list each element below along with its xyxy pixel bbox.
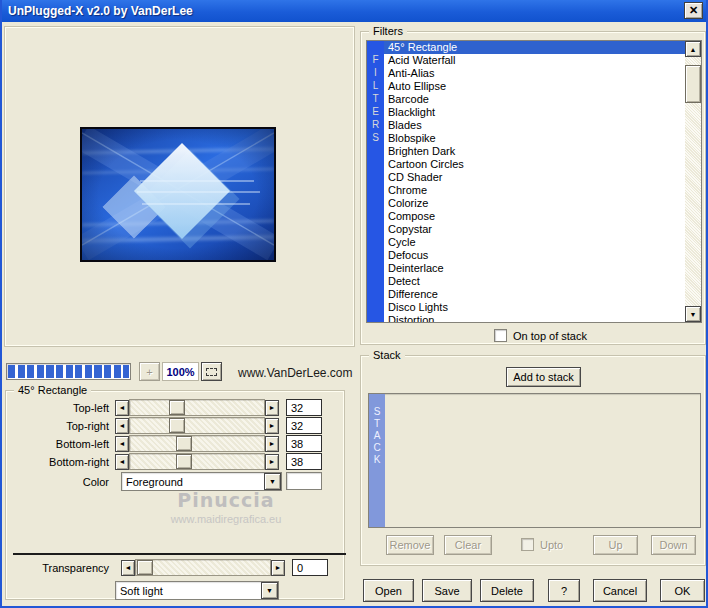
slider-row: Top-left ◄ ► 32: [6, 399, 344, 416]
slider-arrow-right-button[interactable]: ►: [265, 418, 279, 434]
filter-item[interactable]: Barcode: [384, 93, 685, 106]
stack-list[interactable]: STACK: [368, 393, 701, 528]
zoom-level: 100%: [162, 362, 199, 381]
progress-bar: [6, 363, 131, 380]
filter-item[interactable]: 45° Rectangle: [384, 41, 685, 54]
arrow-left-icon: ◄: [125, 564, 132, 571]
clear-button[interactable]: Clear: [444, 535, 492, 555]
slider-arrow-right-button[interactable]: ►: [265, 400, 279, 416]
arrow-down-icon: ▼: [690, 311, 697, 318]
slider-arrow-left-button[interactable]: ◄: [115, 436, 129, 452]
filters-group-label: Filters: [369, 25, 407, 37]
filter-item[interactable]: Cartoon Circles: [384, 158, 685, 171]
slider-value-field[interactable]: 32: [286, 399, 322, 416]
slider-track[interactable]: [129, 417, 265, 434]
stack-sidebar: STACK: [369, 394, 385, 527]
arrow-right-icon: ►: [269, 458, 276, 465]
filter-item[interactable]: Brighten Dark: [384, 145, 685, 158]
slider-track[interactable]: [129, 453, 265, 470]
on-top-of-stack-label: On top of stack: [513, 330, 587, 342]
preview-image[interactable]: [80, 127, 276, 262]
watermark-site: www.maidiregrafica.eu: [106, 513, 346, 525]
down-button[interactable]: Down: [651, 535, 696, 555]
remove-button[interactable]: Remove: [386, 535, 434, 555]
stack-group-label: Stack: [369, 349, 405, 361]
stack-groupbox: Stack Add to stack STACK Remove Clear Up…: [360, 355, 706, 566]
param-group-label: 45° Rectangle: [14, 384, 91, 396]
upto-checkbox[interactable]: [521, 538, 534, 551]
proof-button[interactable]: [201, 362, 222, 381]
arrow-right-icon: ►: [269, 422, 276, 429]
filter-item[interactable]: CD Shader: [384, 171, 685, 184]
slider-arrow-right-button[interactable]: ►: [265, 436, 279, 452]
filter-item[interactable]: Defocus: [384, 249, 685, 262]
add-to-stack-button[interactable]: Add to stack: [506, 367, 581, 387]
filter-item[interactable]: Cycle: [384, 236, 685, 249]
slider-track[interactable]: [129, 435, 265, 452]
arrow-left-icon: ◄: [119, 458, 126, 465]
footer-button[interactable]: ?: [548, 579, 580, 602]
on-top-of-stack-checkbox[interactable]: [494, 329, 507, 342]
scrollbar-thumb[interactable]: [685, 65, 701, 103]
filter-item[interactable]: Copystar: [384, 223, 685, 236]
arrow-left-icon: ◄: [119, 440, 126, 447]
slider-thumb[interactable]: [176, 454, 192, 469]
filter-item[interactable]: Blacklight: [384, 106, 685, 119]
filter-item[interactable]: Colorize: [384, 197, 685, 210]
filter-item[interactable]: Compose: [384, 210, 685, 223]
slider-track[interactable]: [129, 399, 265, 416]
transparency-thumb[interactable]: [137, 560, 153, 575]
arrow-left-icon: ◄: [119, 404, 126, 411]
filter-item[interactable]: Blobspike: [384, 132, 685, 145]
footer-button[interactable]: OK: [660, 579, 705, 602]
arrow-right-icon: ►: [269, 440, 276, 447]
slider-thumb[interactable]: [169, 418, 185, 433]
slider-value-field[interactable]: 38: [286, 435, 322, 452]
slider-arrow-left-button[interactable]: ◄: [115, 400, 129, 416]
footer-button[interactable]: Cancel: [593, 579, 647, 602]
slider-thumb[interactable]: [176, 436, 192, 451]
zoom-plus-button[interactable]: +: [139, 362, 160, 381]
footer-button[interactable]: Delete: [480, 579, 534, 602]
transparency-track[interactable]: [135, 559, 271, 576]
param-groupbox: 45° Rectangle Top-left ◄ ► 32: [5, 390, 345, 600]
filter-item[interactable]: Detect: [384, 275, 685, 288]
filter-item[interactable]: Blades: [384, 119, 685, 132]
footer-button[interactable]: Save: [422, 579, 472, 602]
filter-item[interactable]: Disco Lights: [384, 301, 685, 314]
divider-line: [13, 553, 346, 555]
color-dropdown-button[interactable]: ▼: [264, 473, 281, 490]
close-button[interactable]: ✕: [684, 2, 703, 19]
filter-item[interactable]: Deinterlace: [384, 262, 685, 275]
up-button[interactable]: Up: [593, 535, 638, 555]
filters-items: 45° Rectangle Acid Waterfall Anti-Alias …: [384, 41, 685, 322]
filter-item[interactable]: Acid Waterfall: [384, 54, 685, 67]
filter-item[interactable]: Anti-Alias: [384, 67, 685, 80]
filter-item[interactable]: Difference: [384, 288, 685, 301]
slider-value-field[interactable]: 32: [286, 417, 322, 434]
scroll-up-button[interactable]: ▲: [685, 41, 701, 57]
transparency-value-field[interactable]: 0: [292, 559, 328, 576]
slider-thumb[interactable]: [169, 400, 185, 415]
titlebar[interactable]: UnPlugged-X v2.0 by VanDerLee: [2, 0, 706, 22]
slider-value-field[interactable]: 38: [286, 453, 322, 470]
filter-item[interactable]: Auto Ellipse: [384, 80, 685, 93]
filter-item[interactable]: Distortion: [384, 314, 685, 322]
slider-arrow-right-button[interactable]: ►: [265, 454, 279, 470]
slider-label: Top-left: [6, 402, 109, 414]
slider-arrow-left-button[interactable]: ◄: [115, 418, 129, 434]
filters-scrollbar[interactable]: ▲ ▼: [685, 41, 701, 322]
plus-icon: +: [146, 366, 152, 378]
transparency-arrow-right-button[interactable]: ►: [271, 560, 285, 576]
color-swatch[interactable]: [286, 472, 322, 490]
footer-button[interactable]: Open: [363, 579, 414, 602]
filters-sidebar: FILTERS: [367, 41, 384, 322]
filters-list[interactable]: FILTERS 45° Rectangle Acid Waterfall Ant…: [366, 40, 702, 323]
slider-label: Bottom-left: [6, 438, 109, 450]
transparency-arrow-left-button[interactable]: ◄: [121, 560, 135, 576]
slider-arrow-left-button[interactable]: ◄: [115, 454, 129, 470]
unplugged-x-dialog: UnPlugged-X v2.0 by VanDerLee ✕: [0, 0, 708, 608]
scroll-down-button[interactable]: ▼: [685, 306, 701, 322]
filter-item[interactable]: Chrome: [384, 184, 685, 197]
marquee-icon: [206, 368, 217, 376]
